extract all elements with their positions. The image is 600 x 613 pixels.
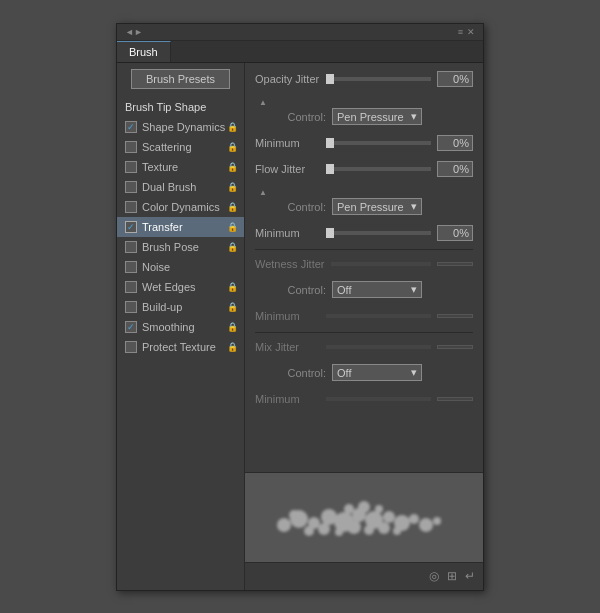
section-arrow-2: ▲ <box>255 185 473 197</box>
sidebar-item-texture[interactable]: Texture 🔒 <box>117 157 244 177</box>
sidebar-item-noise[interactable]: Noise <box>117 257 244 277</box>
sidebar-label-noise: Noise <box>142 261 170 273</box>
flow-jitter-row: Flow Jitter 0% <box>255 159 473 179</box>
sidebar-item-scattering[interactable]: Scattering 🔒 <box>117 137 244 157</box>
checkbox-dual-brush[interactable] <box>125 181 137 193</box>
lock-icon-protect-texture: 🔒 <box>227 342 238 352</box>
control-row-1: Control: Pen Pressure ▾ <box>255 107 473 127</box>
checkbox-scattering[interactable] <box>125 141 137 153</box>
minimum-row-4: Minimum <box>255 389 473 409</box>
sidebar-item-smoothing[interactable]: ✓ Smoothing 🔒 <box>117 317 244 337</box>
control-row-4: Control: Off ▾ <box>255 363 473 383</box>
sidebar-label-shape-dynamics: Shape Dynamics <box>142 121 225 133</box>
divider-2 <box>255 332 473 333</box>
title-bar: ◄► ≡ ✕ <box>117 24 483 41</box>
svg-point-0 <box>277 518 291 532</box>
wetness-jitter-label: Wetness Jitter <box>255 258 325 270</box>
svg-point-10 <box>419 518 433 532</box>
checkbox-transfer[interactable]: ✓ <box>125 221 137 233</box>
lock-icon-brush-pose: 🔒 <box>227 242 238 252</box>
sidebar-item-protect-texture[interactable]: Protect Texture 🔒 <box>117 337 244 357</box>
minimum-row-3: Minimum <box>255 306 473 326</box>
control-dropdown-3[interactable]: Off ▾ <box>332 281 422 298</box>
collapse-arrows[interactable]: ◄► <box>125 27 143 37</box>
svg-point-11 <box>433 517 441 525</box>
wetness-jitter-slider[interactable] <box>331 262 432 266</box>
minimum-slider-2[interactable] <box>326 231 431 235</box>
svg-point-12 <box>304 526 314 536</box>
svg-point-18 <box>393 527 401 535</box>
minimum-label-2: Minimum <box>255 227 320 239</box>
sidebar-item-wet-edges[interactable]: Wet Edges 🔒 <box>117 277 244 297</box>
tab-brush[interactable]: Brush <box>117 41 171 62</box>
lock-icon-shape-dynamics: 🔒 <box>227 122 238 132</box>
flow-jitter-value[interactable]: 0% <box>437 161 473 177</box>
sidebar-item-shape-dynamics[interactable]: ✓ Shape Dynamics 🔒 <box>117 117 244 137</box>
sidebar-label-build-up: Build-up <box>142 301 182 313</box>
sidebar-item-transfer[interactable]: ✓ Transfer 🔒 <box>117 217 244 237</box>
menu-icon[interactable]: ≡ <box>458 27 463 37</box>
minimum-value-2[interactable]: 0% <box>437 225 473 241</box>
sidebar-item-brush-pose[interactable]: Brush Pose 🔒 <box>117 237 244 257</box>
control-dropdown-1[interactable]: Pen Pressure ▾ <box>332 108 422 125</box>
bottom-icon-target[interactable]: ◎ <box>429 569 439 583</box>
dropdown-arrow-4: ▾ <box>411 366 417 379</box>
sidebar-label-scattering: Scattering <box>142 141 192 153</box>
bottom-icon-grid[interactable]: ⊞ <box>447 569 457 583</box>
control-row-2: Control: Pen Pressure ▾ <box>255 197 473 217</box>
control-label-2: Control: <box>271 201 326 213</box>
bottom-icon-return[interactable]: ↵ <box>465 569 475 583</box>
sidebar-label-protect-texture: Protect Texture <box>142 341 216 353</box>
svg-point-19 <box>289 510 299 520</box>
svg-point-9 <box>409 514 419 524</box>
svg-point-21 <box>358 501 370 513</box>
checkbox-brush-pose[interactable] <box>125 241 137 253</box>
svg-point-13 <box>318 523 330 535</box>
opacity-jitter-slider[interactable] <box>326 77 431 81</box>
sidebar: Brush Presets Brush Tip Shape ✓ Shape Dy… <box>117 63 245 590</box>
brush-panel: ◄► ≡ ✕ Brush Brush Presets Brush Tip Sha… <box>116 23 484 591</box>
control-label-3: Control: <box>271 284 326 296</box>
minimum-slider-3[interactable] <box>326 314 431 318</box>
checkbox-color-dynamics[interactable] <box>125 201 137 213</box>
sidebar-item-build-up[interactable]: Build-up 🔒 <box>117 297 244 317</box>
checkbox-build-up[interactable] <box>125 301 137 313</box>
lock-icon-texture: 🔒 <box>227 162 238 172</box>
sidebar-label-color-dynamics: Color Dynamics <box>142 201 220 213</box>
lock-icon-transfer: 🔒 <box>227 222 238 232</box>
minimum-value-1[interactable]: 0% <box>437 135 473 151</box>
brush-presets-button[interactable]: Brush Presets <box>131 69 230 89</box>
sidebar-label-texture: Texture <box>142 161 178 173</box>
minimum-slider-1[interactable] <box>326 141 431 145</box>
mix-jitter-value[interactable] <box>437 345 473 349</box>
svg-point-17 <box>378 522 390 534</box>
sidebar-label-smoothing: Smoothing <box>142 321 195 333</box>
minimum-slider-4[interactable] <box>326 397 431 401</box>
opacity-jitter-value[interactable]: 0% <box>437 71 473 87</box>
svg-point-16 <box>364 525 374 535</box>
bottom-bar: ◎ ⊞ ↵ <box>245 562 483 590</box>
dropdown-arrow-3: ▾ <box>411 283 417 296</box>
title-bar-buttons: ≡ ✕ <box>458 27 475 37</box>
minimum-value-4[interactable] <box>437 397 473 401</box>
lock-icon-color-dynamics: 🔒 <box>227 202 238 212</box>
control-dropdown-4[interactable]: Off ▾ <box>332 364 422 381</box>
checkbox-noise[interactable] <box>125 261 137 273</box>
flow-jitter-slider[interactable] <box>326 167 431 171</box>
checkbox-smoothing[interactable]: ✓ <box>125 321 137 333</box>
mix-jitter-slider[interactable] <box>326 345 431 349</box>
svg-point-7 <box>383 511 395 523</box>
minimum-value-3[interactable] <box>437 314 473 318</box>
close-icon[interactable]: ✕ <box>467 27 475 37</box>
checkbox-texture[interactable] <box>125 161 137 173</box>
wetness-jitter-value[interactable] <box>437 262 473 266</box>
checkbox-wet-edges[interactable] <box>125 281 137 293</box>
checkbox-shape-dynamics[interactable]: ✓ <box>125 121 137 133</box>
lock-icon-dual-brush: 🔒 <box>227 182 238 192</box>
control-dropdown-2[interactable]: Pen Pressure ▾ <box>332 198 422 215</box>
minimum-row-2: Minimum 0% <box>255 223 473 243</box>
sidebar-item-dual-brush[interactable]: Dual Brush 🔒 <box>117 177 244 197</box>
minimum-row-1: Minimum 0% <box>255 133 473 153</box>
sidebar-item-color-dynamics[interactable]: Color Dynamics 🔒 <box>117 197 244 217</box>
checkbox-protect-texture[interactable] <box>125 341 137 353</box>
